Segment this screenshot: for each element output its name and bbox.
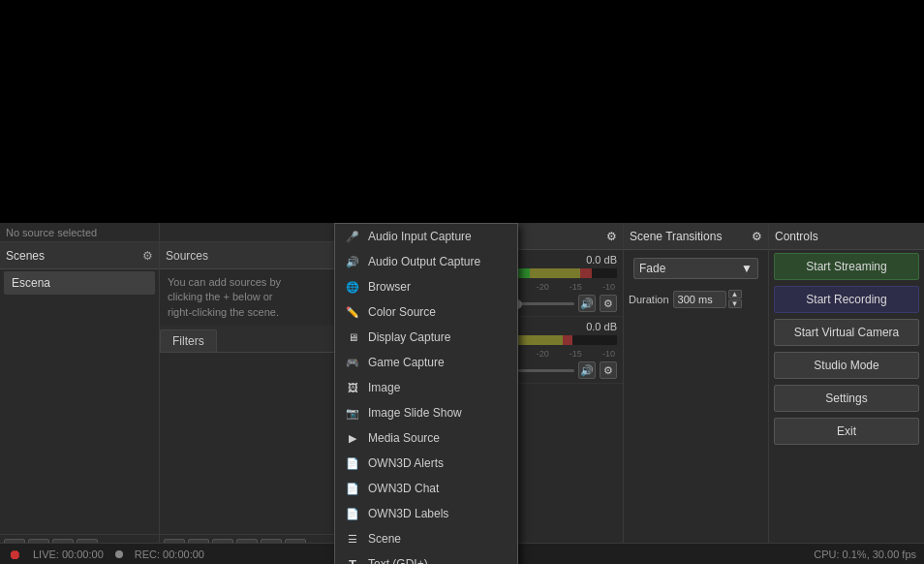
controls-panel: Controls Start Streaming Start Recording… bbox=[769, 223, 924, 564]
scene-transitions-title: Scene Transitions bbox=[630, 230, 722, 243]
start-streaming-button[interactable]: Start Streaming bbox=[774, 253, 919, 280]
scene-item-escena[interactable]: Escena bbox=[4, 271, 155, 295]
rec-label: REC: 00:00:00 bbox=[135, 548, 204, 560]
rec-dot bbox=[115, 550, 123, 558]
image-icon: 🖼 bbox=[345, 380, 360, 395]
menu-item-own3d-labels[interactable]: 📄 OWN3D Labels bbox=[335, 501, 517, 526]
transition-dropdown-arrow: ▼ bbox=[741, 262, 753, 275]
own3d-chat-icon: 📄 bbox=[345, 481, 360, 496]
track-1-db: 0.0 dB bbox=[586, 254, 617, 266]
no-source-label: No source selected bbox=[0, 223, 159, 242]
menu-item-display-capture[interactable]: 🖥 Display Capture bbox=[335, 325, 517, 350]
scenes-header-icon[interactable]: ⚙ bbox=[142, 249, 153, 263]
audio-input-icon: 🎤 bbox=[345, 229, 360, 244]
settings-button[interactable]: Settings bbox=[774, 385, 919, 412]
menu-item-scene[interactable]: ☰ Scene bbox=[335, 526, 517, 551]
browser-icon: 🌐 bbox=[345, 279, 360, 295]
start-recording-button[interactable]: Start Recording bbox=[774, 286, 919, 313]
exit-button[interactable]: Exit bbox=[774, 418, 919, 445]
audio-output-icon: 🔊 bbox=[345, 254, 360, 269]
menu-item-audio-input-capture[interactable]: 🎤 Audio Input Capture bbox=[335, 224, 517, 249]
context-menu: 🎤 Audio Input Capture 🔊 Audio Output Cap… bbox=[334, 223, 518, 564]
transition-select-wrapper: Fade ▼ bbox=[624, 250, 768, 287]
duration-up-button[interactable]: ▲ bbox=[728, 290, 742, 298]
track-2-settings-button[interactable]: ⚙ bbox=[600, 361, 617, 379]
duration-input[interactable] bbox=[673, 291, 726, 308]
scenes-header: Scenes ⚙ bbox=[0, 242, 159, 269]
duration-label: Duration bbox=[629, 294, 669, 305]
controls-title: Controls bbox=[775, 230, 818, 243]
audio-mixer-config-icon[interactable]: ⚙ bbox=[606, 230, 617, 243]
image-slide-show-icon: 📷 bbox=[345, 405, 360, 421]
own3d-alerts-icon: 📄 bbox=[345, 455, 360, 471]
cpu-label: CPU: 0.1%, 30.00 fps bbox=[814, 548, 916, 560]
main-area: No source selected Scenes ⚙ Escena + − ∧… bbox=[0, 223, 924, 564]
scene-icon: ☰ bbox=[345, 531, 360, 547]
filters-tab[interactable]: Filters bbox=[160, 329, 217, 352]
display-capture-icon: 🖥 bbox=[345, 329, 360, 345]
scenes-title: Scenes bbox=[6, 249, 45, 263]
menu-item-browser[interactable]: 🌐 Browser bbox=[335, 274, 517, 299]
sources-area: Sources ⚙ You can add sources by clickin… bbox=[160, 223, 363, 564]
menu-item-own3d-alerts[interactable]: 📄 OWN3D Alerts bbox=[335, 451, 517, 476]
scene-transitions-header: Scene Transitions ⚙ bbox=[624, 223, 768, 250]
sources-title: Sources bbox=[166, 249, 208, 263]
color-source-icon: ✏️ bbox=[345, 304, 360, 320]
menu-item-media-source[interactable]: ▶ Media Source bbox=[335, 425, 517, 451]
menu-item-game-capture[interactable]: 🎮 Game Capture bbox=[335, 350, 517, 375]
sources-empty-text: You can add sources by clicking the + be… bbox=[160, 269, 362, 326]
scene-transitions-config-icon[interactable]: ⚙ bbox=[752, 230, 762, 243]
studio-mode-button[interactable]: Studio Mode bbox=[774, 352, 919, 379]
scenes-panel: No source selected Scenes ⚙ Escena + − ∧… bbox=[0, 223, 160, 564]
transition-dropdown[interactable]: Fade ▼ bbox=[633, 258, 758, 279]
track-1-mute-button[interactable]: 🔊 bbox=[578, 295, 596, 312]
sources-top-label bbox=[160, 223, 362, 242]
track-2-db: 0.0 dB bbox=[586, 321, 617, 332]
scene-transitions-panel: Scene Transitions ⚙ Fade ▼ Duration ▲ ▼ bbox=[624, 223, 769, 564]
media-source-icon: ▶ bbox=[345, 430, 360, 446]
duration-down-button[interactable]: ▼ bbox=[728, 299, 742, 308]
broadcast-icon: ⏺ bbox=[8, 547, 21, 562]
menu-item-image-slide-show[interactable]: 📷 Image Slide Show bbox=[335, 400, 517, 425]
duration-row: Duration ▲ ▼ bbox=[624, 287, 768, 311]
track-2-mute-button[interactable]: 🔊 bbox=[578, 361, 596, 379]
track-1-settings-button[interactable]: ⚙ bbox=[600, 295, 617, 312]
menu-item-image[interactable]: 🖼 Image bbox=[335, 375, 517, 400]
text-gdi-icon: T bbox=[345, 556, 360, 564]
menu-item-audio-output-capture[interactable]: 🔊 Audio Output Capture bbox=[335, 249, 517, 274]
live-label: LIVE: 00:00:00 bbox=[33, 548, 104, 560]
own3d-labels-icon: 📄 bbox=[345, 506, 360, 521]
menu-item-color-source[interactable]: ✏️ Color Source bbox=[335, 299, 517, 325]
sources-header: Sources ⚙ bbox=[160, 242, 362, 269]
menu-item-own3d-chat[interactable]: 📄 OWN3D Chat bbox=[335, 476, 517, 501]
start-virtual-camera-button[interactable]: Start Virtual Camera bbox=[774, 319, 919, 346]
menu-item-text-gdi[interactable]: T Text (GDI+) bbox=[335, 551, 517, 564]
game-capture-icon: 🎮 bbox=[345, 355, 360, 370]
controls-header: Controls bbox=[769, 223, 924, 250]
preview-canvas bbox=[0, 0, 924, 223]
filters-bar: Filters bbox=[160, 326, 362, 353]
